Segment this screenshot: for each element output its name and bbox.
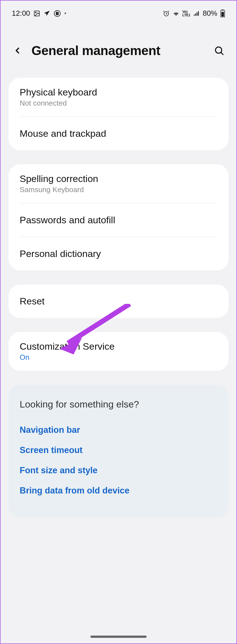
signal-icon <box>193 10 200 17</box>
status-right: Vo)LTE1 80% <box>163 9 225 18</box>
svg-line-13 <box>221 52 223 54</box>
item-title: Spelling correction <box>20 173 217 184</box>
navigation-handle[interactable] <box>90 636 147 638</box>
suggestion-screen-timeout[interactable]: Screen timeout <box>20 440 217 460</box>
settings-group-input: Physical keyboard Not connected Mouse an… <box>8 78 229 150</box>
alarm-icon <box>163 10 170 17</box>
svg-rect-6 <box>195 13 196 16</box>
settings-group-reset: Reset <box>8 285 229 318</box>
header: General management <box>1 21 236 78</box>
item-title: Customization Service <box>20 341 217 352</box>
svg-rect-8 <box>198 11 199 16</box>
item-physical-keyboard[interactable]: Physical keyboard Not connected <box>8 78 229 117</box>
status-bar: 12:00 B • Vo)LTE1 80% <box>1 1 236 21</box>
item-title: Reset <box>20 296 217 307</box>
item-passwords-autofill[interactable]: Passwords and autofill <box>8 203 229 237</box>
page-title: General management <box>31 43 204 58</box>
battery-percent: 80% <box>203 9 217 18</box>
item-customization-service[interactable]: Customization Service On <box>8 332 229 371</box>
item-reset[interactable]: Reset <box>8 285 229 318</box>
svg-rect-11 <box>221 12 224 17</box>
status-time: 12:00 <box>12 9 30 18</box>
item-mouse-trackpad[interactable]: Mouse and trackpad <box>8 117 229 150</box>
item-title: Passwords and autofill <box>20 215 217 226</box>
svg-text:B: B <box>56 11 59 16</box>
search-button[interactable] <box>213 44 225 57</box>
item-subtitle: Not connected <box>20 99 217 108</box>
item-subtitle: Samsung Keyboard <box>20 185 217 194</box>
item-title: Physical keyboard <box>20 87 217 98</box>
svg-rect-7 <box>197 12 197 16</box>
svg-rect-5 <box>194 15 195 16</box>
back-button[interactable] <box>12 45 23 56</box>
battery-icon <box>220 10 225 17</box>
suggestions-card: Looking for something else? Navigation b… <box>8 385 229 518</box>
suggestion-bring-data[interactable]: Bring data from old device <box>20 481 217 501</box>
status-left: 12:00 B • <box>12 9 66 18</box>
suggestions-title: Looking for something else? <box>20 399 217 410</box>
suggestion-navigation-bar[interactable]: Navigation bar <box>20 420 217 440</box>
item-title: Personal dictionary <box>20 248 217 259</box>
settings-group-text: Spelling correction Samsung Keyboard Pas… <box>8 164 229 270</box>
suggestion-font-size-style[interactable]: Font size and style <box>20 460 217 481</box>
item-spelling-correction[interactable]: Spelling correction Samsung Keyboard <box>8 164 229 203</box>
circle-b-icon: B <box>54 10 61 17</box>
wifi-icon <box>172 10 180 17</box>
settings-group-customization: Customization Service On <box>8 332 229 371</box>
lte-icon: Vo)LTE1 <box>183 10 190 17</box>
item-personal-dictionary[interactable]: Personal dictionary <box>8 237 229 270</box>
image-icon <box>33 10 40 17</box>
dot-icon: • <box>64 10 66 17</box>
item-title: Mouse and trackpad <box>20 128 217 139</box>
telegram-icon <box>44 10 50 17</box>
item-subtitle: On <box>20 353 217 362</box>
svg-point-1 <box>35 12 36 13</box>
